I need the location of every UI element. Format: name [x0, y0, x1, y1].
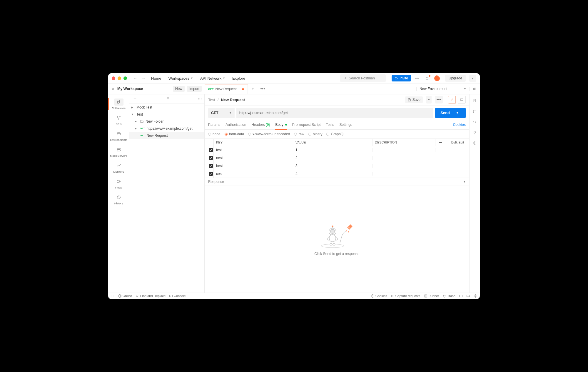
tree-add-button[interactable]: ＋: [132, 96, 138, 102]
rail-collections[interactable]: Collections: [108, 96, 129, 112]
body-type-none[interactable]: none: [208, 132, 220, 136]
kv-row[interactable]: test1: [205, 146, 469, 154]
kv-key[interactable]: nest: [213, 154, 293, 162]
kv-row[interactable]: best3: [205, 162, 469, 170]
sidebar-toggle[interactable]: [111, 294, 114, 298]
rail-history[interactable]: History: [108, 191, 129, 207]
rail-apis[interactable]: APIs: [108, 112, 129, 128]
tab-tests[interactable]: Tests: [326, 120, 334, 129]
comment-mode-button[interactable]: [458, 96, 466, 104]
invite-button[interactable]: Invite: [392, 75, 411, 81]
bulk-edit-button[interactable]: Bulk Edit: [446, 139, 469, 146]
url-input[interactable]: [236, 108, 433, 118]
environment-selector[interactable]: New Environment ▼: [416, 87, 469, 91]
kv-row[interactable]: cest4: [205, 170, 469, 178]
response-header[interactable]: Response ▼: [205, 178, 469, 186]
info-button[interactable]: [473, 130, 477, 136]
nav-explore[interactable]: Explore: [230, 75, 248, 82]
tab-headers[interactable]: Headers (9): [251, 120, 270, 129]
more-actions-button[interactable]: •••: [435, 96, 443, 104]
kv-desc[interactable]: [372, 172, 435, 176]
edit-mode-button[interactable]: [448, 96, 456, 104]
forward-button[interactable]: →: [141, 76, 146, 81]
workspace-name[interactable]: My Workspace: [117, 87, 143, 91]
add-tab-button[interactable]: ＋: [248, 84, 258, 94]
find-replace[interactable]: Find and Replace: [136, 294, 166, 298]
method-selector[interactable]: GET▼: [208, 108, 235, 118]
online-status[interactable]: Online: [118, 294, 132, 298]
search-input[interactable]: Search Postman: [340, 74, 386, 82]
tab-authorization[interactable]: Authorization: [225, 120, 246, 129]
body-type-xwww[interactable]: x-www-form-urlencoded: [248, 132, 290, 136]
tree-item-test[interactable]: ▼Test: [129, 111, 204, 118]
tab-new-request[interactable]: GET New Request: [205, 84, 248, 94]
avatar[interactable]: [433, 74, 441, 82]
two-pane-toggle[interactable]: [459, 294, 463, 298]
status-trash[interactable]: Trash: [442, 294, 455, 298]
notifications-button[interactable]: [423, 74, 431, 82]
send-dropdown[interactable]: ▼: [454, 110, 460, 116]
tree-filter-button[interactable]: [140, 96, 196, 101]
body-type-binary[interactable]: binary: [308, 132, 323, 136]
kv-value[interactable]: 2: [293, 154, 372, 162]
maximize-window[interactable]: [123, 76, 127, 80]
new-button[interactable]: New: [173, 86, 185, 92]
kv-key[interactable]: cest: [213, 170, 293, 178]
breadcrumb-parent[interactable]: Test: [208, 98, 215, 102]
tree-item-mock-test[interactable]: ▶Mock Test: [129, 104, 204, 111]
kv-desc[interactable]: [372, 156, 435, 160]
save-dropdown[interactable]: ▼: [426, 96, 432, 104]
kv-desc[interactable]: [372, 148, 435, 152]
comments-button[interactable]: [473, 109, 477, 114]
docs-button[interactable]: [473, 99, 477, 104]
kv-key[interactable]: best: [213, 162, 293, 170]
tab-params[interactable]: Params: [208, 120, 220, 129]
tree-item-new-folder[interactable]: ▶New Folder: [129, 118, 204, 125]
row-checkbox[interactable]: [209, 164, 213, 168]
body-type-graphql[interactable]: GraphQL: [326, 132, 345, 136]
send-button[interactable]: Send▼: [435, 108, 466, 118]
save-button[interactable]: Save: [405, 96, 423, 103]
tree-item-new-request[interactable]: GETNew Request: [129, 132, 204, 139]
close-window[interactable]: [112, 76, 115, 80]
kv-desc[interactable]: [372, 164, 435, 168]
status-runner[interactable]: Runner: [424, 294, 439, 298]
bottom-pane-toggle[interactable]: [466, 294, 470, 298]
help-button[interactable]: [474, 294, 477, 298]
kv-value[interactable]: 1: [293, 146, 372, 154]
back-button[interactable]: ←: [132, 76, 138, 81]
nav-home[interactable]: Home: [149, 75, 164, 82]
kv-value[interactable]: 3: [293, 162, 372, 170]
row-checkbox[interactable]: [209, 172, 213, 176]
minimize-window[interactable]: [118, 76, 121, 80]
tab-settings[interactable]: Settings: [340, 120, 352, 129]
rail-mock-servers[interactable]: Mock Servers: [108, 144, 129, 160]
environment-quicklook[interactable]: [469, 87, 480, 91]
rail-monitors[interactable]: Monitors: [108, 160, 129, 176]
tree-item-example-get[interactable]: ▶GEThttps://www.example.com/get: [129, 125, 204, 132]
tab-prerequest[interactable]: Pre-request Script: [292, 120, 321, 129]
row-checkbox[interactable]: [209, 148, 213, 152]
console-toggle[interactable]: Console: [169, 294, 186, 298]
code-button[interactable]: [473, 120, 477, 125]
kv-key[interactable]: test: [213, 146, 293, 154]
tab-overflow-button[interactable]: •••: [258, 84, 268, 94]
tab-body[interactable]: Body: [275, 120, 287, 129]
import-button[interactable]: Import: [187, 86, 202, 92]
nav-api-network[interactable]: API Network▼: [198, 75, 228, 82]
kv-row[interactable]: nest2: [205, 154, 469, 162]
rail-environments[interactable]: Environments: [108, 128, 129, 144]
settings-button[interactable]: [413, 74, 421, 82]
upgrade-menu[interactable]: ▼: [469, 75, 476, 82]
rail-flows[interactable]: Flows: [108, 176, 129, 191]
upgrade-button[interactable]: Upgrade: [445, 75, 466, 82]
status-capture[interactable]: Capture requests: [391, 294, 420, 298]
body-type-raw[interactable]: raw: [294, 132, 304, 136]
row-checkbox[interactable]: [209, 156, 213, 160]
cookies-link[interactable]: Cookies: [453, 123, 466, 127]
nav-workspaces[interactable]: Workspaces▼: [166, 75, 196, 82]
kv-value[interactable]: 4: [293, 170, 372, 178]
status-cookies[interactable]: Cookies: [371, 294, 387, 298]
body-type-formdata[interactable]: form-data: [225, 132, 244, 136]
related-button[interactable]: [473, 141, 477, 146]
